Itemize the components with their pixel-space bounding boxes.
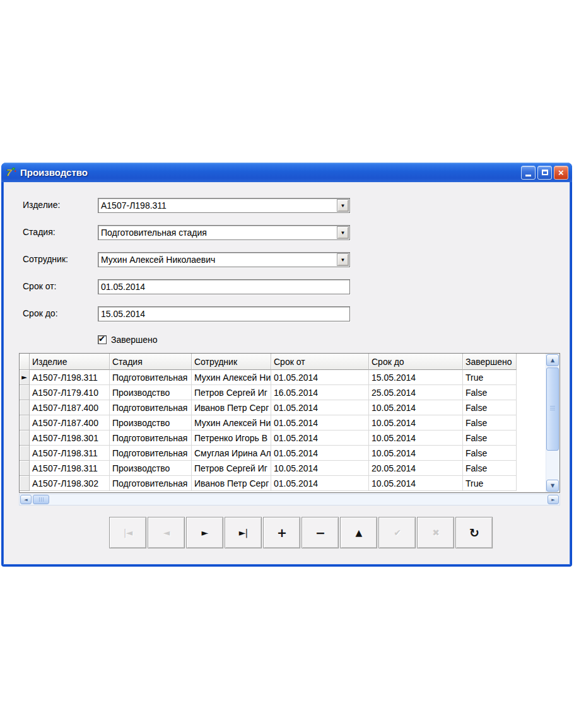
grid-cell[interactable]: True xyxy=(463,476,517,491)
scroll-left-button[interactable]: ◄ xyxy=(20,495,32,504)
grid-cell[interactable]: 10.05.2014 xyxy=(369,476,463,491)
table-row[interactable]: А1507-Л198.311 Производство Петров Серге… xyxy=(20,461,546,476)
grid-cell[interactable]: 10.05.2014 xyxy=(369,446,463,461)
grid-cell[interactable]: 20.05.2014 xyxy=(369,461,463,476)
grid-cell[interactable]: Производство xyxy=(110,461,192,476)
grid-cell[interactable]: True xyxy=(463,370,517,385)
post-edit-button[interactable]: ✔ xyxy=(378,517,416,548)
vertical-scrollbar[interactable]: ▲ ▼ xyxy=(546,354,559,492)
table-row[interactable]: А1507-Л198.301 Подготовительная Петренко… xyxy=(20,430,546,446)
delete-record-button[interactable]: − xyxy=(302,517,339,548)
employee-label: Сотрудник: xyxy=(23,254,68,264)
table-row[interactable]: А1507-Л198.302 Подготовительная Иванов П… xyxy=(20,476,546,491)
svg-text:7: 7 xyxy=(6,167,12,178)
grid-cell[interactable]: 01.05.2014 xyxy=(271,446,369,461)
grid-cell[interactable]: Мухин Алексей Ни xyxy=(192,370,271,385)
first-record-button[interactable]: |◄ xyxy=(109,517,146,548)
grid-cell[interactable]: 01.05.2014 xyxy=(271,476,369,491)
grid-cell[interactable]: Петров Сергей Иг xyxy=(192,461,271,476)
last-record-button[interactable]: ►| xyxy=(225,517,262,548)
grid-cell[interactable]: А1507-Л179.410 xyxy=(30,385,110,400)
table-row[interactable]: А1507-Л198.311 Подготовительная Смуглая … xyxy=(20,446,546,461)
grid-cell[interactable]: Подготовительная xyxy=(110,400,192,415)
table-row[interactable]: А1507-Л187.400 Подготовительная Иванов П… xyxy=(20,400,546,415)
row-indicator-cell xyxy=(20,385,30,400)
scroll-up-icon: ▲ xyxy=(551,357,554,363)
grid-cell[interactable]: А1507-Л198.301 xyxy=(30,430,110,446)
grid-cell[interactable]: False xyxy=(463,461,517,476)
grid-cell[interactable]: False xyxy=(463,415,517,430)
grid-cell[interactable]: 16.05.2014 xyxy=(271,385,369,400)
grid-cell[interactable]: А1507-Л187.400 xyxy=(30,400,110,415)
grid-cell[interactable]: Подготовительная xyxy=(110,446,192,461)
horizontal-scrollbar[interactable]: ◄ ► xyxy=(19,494,560,506)
grid-cell[interactable]: 15.05.2014 xyxy=(369,370,463,385)
chevron-down-icon: ▼ xyxy=(341,257,346,263)
grid-cell[interactable]: False xyxy=(463,400,517,415)
production-window: 7 Производство × Изделие: А1507-Л198.311… xyxy=(1,163,572,567)
close-button[interactable]: × xyxy=(554,166,568,180)
employee-dropdown-button[interactable]: ▼ xyxy=(337,253,349,266)
grid-cell[interactable]: А1507-Л198.311 xyxy=(30,446,110,461)
client-area: Изделие: А1507-Л198.311 ▼ Стадия: Подгот… xyxy=(3,182,570,563)
grid-header-row: Изделие Стадия Сотрудник Срок от Срок до… xyxy=(20,354,546,370)
grid-cell[interactable]: 01.05.2014 xyxy=(271,430,369,446)
scroll-up-button[interactable]: ▲ xyxy=(546,354,559,366)
grid-cell[interactable]: False xyxy=(463,385,517,400)
grid-cell[interactable]: 10.05.2014 xyxy=(271,461,369,476)
maximize-button[interactable] xyxy=(537,166,552,180)
stage-dropdown-button[interactable]: ▼ xyxy=(337,226,349,239)
grid-cell[interactable]: Смуглая Ирина Ал xyxy=(192,446,271,461)
completed-checkbox[interactable]: ✔ Завершено xyxy=(98,334,158,345)
date-from-input[interactable] xyxy=(98,279,350,294)
grid-cell[interactable]: Подготовительная xyxy=(110,430,192,446)
grid-cell[interactable]: Иванов Петр Серг xyxy=(192,400,271,415)
grid-cell[interactable]: А1507-Л198.311 xyxy=(30,370,110,385)
titlebar[interactable]: 7 Производство × xyxy=(1,163,572,182)
grid-cell[interactable]: А1507-Л198.311 xyxy=(30,461,110,476)
product-label: Изделие: xyxy=(23,200,60,210)
grid-cell[interactable]: Производство xyxy=(110,415,192,430)
scroll-right-button[interactable]: ► xyxy=(548,495,559,504)
edit-record-button[interactable]: ▲ xyxy=(340,517,377,548)
refresh-button[interactable]: ↻ xyxy=(455,517,493,548)
prior-record-button[interactable]: ◄ xyxy=(148,517,185,548)
grid-cell[interactable]: False xyxy=(463,430,517,446)
table-row[interactable]: А1507-Л187.400 Производство Мухин Алексе… xyxy=(20,415,546,430)
grid-cell[interactable]: 01.05.2014 xyxy=(271,400,369,415)
grid-cell[interactable]: А1507-Л187.400 xyxy=(30,415,110,430)
stage-combobox[interactable]: Подготовительная стадия ▼ xyxy=(98,225,350,240)
chevron-down-icon: ▼ xyxy=(341,203,346,209)
product-dropdown-button[interactable]: ▼ xyxy=(337,199,349,212)
date-to-input[interactable] xyxy=(98,306,350,321)
cancel-edit-button[interactable]: ✖ xyxy=(417,517,454,548)
grid-cell[interactable]: Производство xyxy=(110,385,192,400)
employee-combobox[interactable]: Мухин Алексей Николаевич ▼ xyxy=(98,252,350,267)
insert-record-button[interactable]: + xyxy=(263,517,300,548)
product-combobox[interactable]: А1507-Л198.311 ▼ xyxy=(98,198,350,213)
vertical-scroll-thumb[interactable] xyxy=(546,367,559,451)
table-row[interactable]: А1507-Л179.410 Производство Петров Серге… xyxy=(20,385,546,400)
grid-cell[interactable]: 25.05.2014 xyxy=(369,385,463,400)
minimize-button[interactable] xyxy=(521,166,536,180)
grid-cell[interactable]: Подготовительная xyxy=(110,370,192,385)
grid-cell[interactable]: А1507-Л198.302 xyxy=(30,476,110,491)
table-row[interactable]: ► А1507-Л198.311 Подготовительная Мухин … xyxy=(20,370,546,385)
grid-cell[interactable]: Петренко Игорь В xyxy=(192,430,271,446)
grid-cell[interactable]: 01.05.2014 xyxy=(271,370,369,385)
horizontal-scroll-thumb[interactable] xyxy=(33,495,49,504)
next-record-button[interactable]: ► xyxy=(186,517,223,548)
grid-cell[interactable]: Иванов Петр Серг xyxy=(192,476,271,491)
grid-cell[interactable]: 10.05.2014 xyxy=(369,430,463,446)
data-grid: Изделие Стадия Сотрудник Срок от Срок до… xyxy=(19,353,560,493)
grid-cell[interactable]: Мухин Алексей Ни xyxy=(192,415,271,430)
grid-cell[interactable]: 10.05.2014 xyxy=(369,415,463,430)
grid-cell[interactable]: Петров Сергей Иг xyxy=(192,385,271,400)
grid-cell[interactable]: 01.05.2014 xyxy=(271,415,369,430)
row-indicator-cell xyxy=(20,415,30,430)
row-indicator-cell xyxy=(20,446,30,461)
scroll-down-button[interactable]: ▼ xyxy=(546,480,559,492)
grid-cell[interactable]: Подготовительная xyxy=(110,476,192,491)
grid-cell[interactable]: False xyxy=(463,446,517,461)
grid-cell[interactable]: 10.05.2014 xyxy=(369,400,463,415)
